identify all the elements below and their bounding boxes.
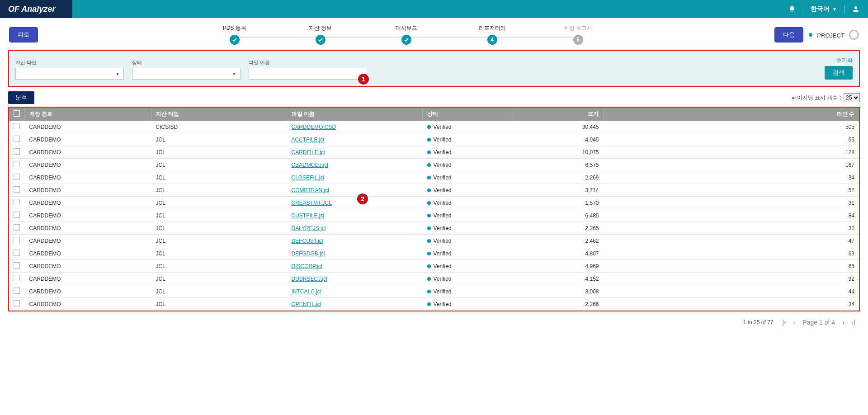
table-row: CARDDEMOJCLCUSTFILE.jclVerified6,48584 (9, 209, 859, 222)
file-link[interactable]: CARDFILE.jcl (292, 149, 325, 156)
col-asset-type[interactable]: 자산 타입 (151, 108, 287, 121)
row-checkbox[interactable] (14, 199, 20, 205)
step-number: 5 (573, 35, 583, 45)
file-link[interactable]: CLOSEFIL.jcl (292, 174, 325, 181)
row-checkbox[interactable] (14, 174, 20, 180)
col-path[interactable]: 저장 경로 (25, 108, 151, 121)
row-checkbox[interactable] (14, 224, 20, 231)
reset-link[interactable]: 초기화 (825, 57, 853, 64)
bell-icon[interactable] (788, 5, 796, 13)
row-checkbox[interactable] (14, 250, 20, 256)
cell-lines: 505 (604, 121, 859, 133)
step[interactable]: 대시보드 (363, 24, 449, 45)
row-checkbox[interactable] (14, 186, 20, 193)
filter-filename: 파일 이름 (249, 59, 366, 80)
row-checkbox[interactable] (14, 275, 20, 281)
filter-asset-type: 자산 타입 ▼ (15, 59, 124, 80)
row-checkbox[interactable] (14, 161, 20, 167)
status-dot-icon (427, 302, 431, 306)
cell-asset-type: JCL (151, 197, 287, 209)
cell-size: 3,008 (513, 285, 604, 298)
row-checkbox[interactable] (14, 237, 20, 243)
file-link[interactable]: DEFCUST.jcl (292, 238, 323, 244)
step-label: 대시보드 (363, 24, 449, 32)
cell-path: CARDDEMO (25, 184, 151, 197)
cell-lines: 128 (604, 146, 859, 159)
filename-input[interactable] (249, 68, 366, 80)
file-link[interactable]: CBADMCDJ.jcl (292, 162, 328, 168)
row-checkbox[interactable] (14, 123, 20, 129)
table-row: CARDDEMOJCLCBADMCDJ.jclVerified6,575167 (9, 159, 859, 171)
next-button[interactable]: 다음 (774, 27, 803, 42)
search-button[interactable]: 검색 (825, 66, 853, 80)
filter-filename-label: 파일 이름 (249, 59, 366, 66)
cell-status: Verified (423, 285, 513, 298)
select-all-checkbox[interactable] (14, 110, 20, 117)
status-select[interactable]: ▼ (132, 68, 241, 80)
asset-type-select[interactable]: ▼ (15, 68, 124, 80)
cell-path: CARDDEMO (25, 209, 151, 222)
row-checkbox[interactable] (14, 212, 20, 218)
file-link[interactable]: ACCTFILE.jcl (292, 137, 325, 143)
status-dot-icon (427, 214, 431, 217)
cell-path: CARDDEMO (25, 247, 151, 260)
pager-last-icon[interactable]: ›| (852, 319, 855, 326)
filter-status-label: 상태 (132, 59, 241, 66)
table-row: CARDDEMOJCLDEFCUST.jclVerified2,46247 (9, 235, 859, 247)
pager-prev-icon[interactable]: ‹ (793, 319, 796, 326)
file-link[interactable]: CUSTFILE.jcl (292, 212, 325, 219)
file-link[interactable]: CARDDEMO.CSD (292, 124, 336, 130)
language-label: 한국어 (811, 5, 830, 13)
cell-size: 1,570 (513, 197, 604, 209)
file-link[interactable]: OPENFIL.jcl (292, 301, 321, 307)
cell-status: Verified (423, 247, 513, 260)
cell-lines: 65 (604, 260, 859, 273)
row-checkbox[interactable] (14, 148, 20, 155)
row-checkbox[interactable] (14, 136, 20, 142)
file-link[interactable]: DALYREJS.jcl (292, 225, 326, 231)
col-filename[interactable]: 파일 이름 (287, 108, 423, 121)
cell-path: CARDDEMO (25, 121, 151, 133)
step[interactable]: 자산 정보 (278, 24, 363, 45)
step[interactable]: PDS 등록 (192, 24, 278, 45)
status-dot-icon (427, 138, 431, 141)
analyze-button[interactable]: 분석 (8, 91, 34, 104)
cell-lines: 52 (604, 184, 859, 197)
cell-lines: 47 (604, 235, 859, 247)
page-size-select[interactable]: 25 (844, 93, 860, 102)
cell-size: 3,714 (513, 184, 604, 197)
project-label: PROJECT (817, 31, 844, 39)
step[interactable]: 리포지터리4 (449, 24, 535, 45)
brand: OF Analyzer (8, 5, 55, 14)
row-checkbox[interactable] (14, 288, 20, 294)
pager-next-icon[interactable]: › (842, 319, 844, 326)
cell-size: 6,575 (513, 159, 604, 171)
cell-status: Verified (423, 260, 513, 273)
file-link[interactable]: INTCALC.jcl (292, 288, 321, 295)
pager-first-icon[interactable]: |‹ (782, 319, 786, 326)
callout-marker-2: 2 (357, 193, 368, 204)
row-checkbox[interactable] (14, 300, 20, 307)
step-label: 리포지터리 (449, 24, 535, 32)
file-link[interactable]: DISCGRP.jcl (292, 263, 322, 269)
col-status[interactable]: 상태 (423, 108, 513, 121)
cell-asset-type: JCL (151, 184, 287, 197)
back-button[interactable]: 뒤로 (9, 27, 38, 42)
file-link[interactable]: DUSRSECJ.jcl (292, 276, 327, 282)
cell-asset-type: JCL (151, 159, 287, 171)
cell-path: CARDDEMO (25, 222, 151, 235)
user-icon[interactable] (852, 5, 860, 13)
cell-asset-type: JCL (151, 146, 287, 159)
file-link[interactable]: COMBTRAN.jcl (292, 187, 329, 193)
cell-size: 4,807 (513, 247, 604, 260)
col-size[interactable]: 크기 (513, 108, 604, 121)
cell-size: 4,969 (513, 260, 604, 273)
file-link[interactable]: DEFGDGB.jcl (292, 250, 325, 257)
row-checkbox[interactable] (14, 262, 20, 269)
col-lines[interactable]: 라인 수 (604, 108, 859, 121)
step[interactable]: 위험 보고서5 (535, 24, 621, 45)
cell-status: Verified (423, 133, 513, 146)
file-link[interactable]: CREASTMT.JCL (292, 200, 332, 206)
status-dot-icon (427, 239, 431, 243)
language-selector[interactable]: 한국어 ▼ (811, 5, 837, 13)
